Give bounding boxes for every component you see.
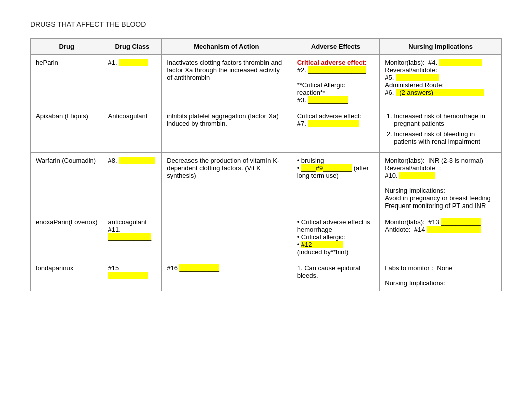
col-header-mechanism: Mechanism of Action xyxy=(162,39,292,55)
adverse-item: Critical allergic: xyxy=(297,233,375,241)
adverse-fondaparinux: 1. Can cause epidural bleeds. xyxy=(292,260,380,291)
blank-7: ______________ xyxy=(308,120,358,127)
nursing-item: Increased risk of hemorrhage in pregnant… xyxy=(394,112,496,127)
nursing-heparin: Monitor(labs): #4. ____________ Reversal… xyxy=(380,55,502,108)
critical-effect-label: Critical adverse effect: xyxy=(297,59,367,66)
blank-11: ____________ xyxy=(108,233,152,241)
drug-name-warfarin: Warfarin (Coumadin) xyxy=(31,153,103,214)
nursing-warfarin: Monitor(labs): INR (2-3 is normal) Rever… xyxy=(380,153,502,214)
drug-class-heparin: #1. ________ xyxy=(103,55,162,108)
col-header-class: Drug Class xyxy=(103,39,162,55)
blank-14: _______________ xyxy=(427,226,481,233)
adverse-list-enoxaparin: Critical adverse effect is hemorrhage Cr… xyxy=(297,218,375,256)
blank-4: ____________ xyxy=(439,59,483,66)
drug-class-enoxaparin: anticoagulant #11. ____________ xyxy=(103,214,162,260)
drug-name-fondaparinux: fondaparinux xyxy=(31,260,103,291)
drug-class-fondaparinux: #15 ___________ xyxy=(103,260,162,291)
mechanism-warfarin: Decreases the production of vitamin K-de… xyxy=(162,153,292,214)
adverse-item: Critical adverse effect is hemorrhage xyxy=(297,218,375,233)
drug-class-apixaban: Anticoagulant xyxy=(103,108,162,153)
drug-name-enoxaparin: enoxaParin(Lovenox) xyxy=(31,214,103,260)
blank-12: #12 ________ xyxy=(301,241,343,248)
adverse-list-warfarin: bruising ____#9________ (after long term… xyxy=(297,157,375,179)
blank-2: ________________ xyxy=(308,66,366,74)
adverse-warfarin: bruising ____#9________ (after long term… xyxy=(292,153,380,214)
col-header-adverse: Adverse Effects xyxy=(292,39,380,55)
mechanism-enoxaparin xyxy=(162,214,292,260)
adverse-heparin: Critical adverse effect: #2. ___________… xyxy=(292,55,380,108)
drug-name-heparin: heParin xyxy=(31,55,103,108)
mechanism-heparin: Inactivates clotting factors thrombin an… xyxy=(162,55,292,108)
blank-3: ___________ xyxy=(308,96,348,104)
table-row-enoxaparin: enoxaParin(Lovenox) anticoagulant #11. _… xyxy=(31,214,502,260)
blank-10: __________ xyxy=(399,172,435,179)
blank-15: ___________ xyxy=(108,272,148,279)
adverse-item: #12 ________(induced by**hint) xyxy=(297,241,375,256)
table-row-fondaparinux: fondaparinux #15 ___________ #16 _______… xyxy=(31,260,502,291)
drug-class-warfarin: #8. __________ xyxy=(103,153,162,214)
blank-6: _(2 answers)______________ xyxy=(396,89,484,96)
adverse-enoxaparin: Critical adverse effect is hemorrhage Cr… xyxy=(292,214,380,260)
nursing-fondaparinux: Labs to monitor : None Nursing Implicati… xyxy=(380,260,502,291)
table-row-heparin: heParin #1. ________ Inactivates clottin… xyxy=(31,55,502,108)
blank-5: ____________ xyxy=(396,74,439,81)
blank-9: ____#9________ xyxy=(301,164,352,172)
col-header-nursing: Nursing Implications xyxy=(380,39,502,55)
blank-1: ________ xyxy=(119,59,148,66)
drug-name-apixaban: Apixaban (Eliquis) xyxy=(31,108,103,153)
adverse-apixaban: Critical adverse effect: #7. ___________… xyxy=(292,108,380,153)
blank-8: __________ xyxy=(119,157,155,164)
blank-13: ___________ xyxy=(441,218,481,226)
table-row-warfarin: Warfarin (Coumadin) #8. __________ Decre… xyxy=(31,153,502,214)
drugs-table: Drug Drug Class Mechanism of Action Adve… xyxy=(30,38,502,291)
mechanism-apixaban: inhibits platelet aggregation (factor Xa… xyxy=(162,108,292,153)
page-title: DRUGS THAT AFFECT THE BLOOD xyxy=(30,20,502,28)
adverse-item: ____#9________ (after long term use) xyxy=(297,164,375,179)
nursing-list-apixaban: Increased risk of hemorrhage in pregnant… xyxy=(385,112,496,145)
nursing-apixaban: Increased risk of hemorrhage in pregnant… xyxy=(380,108,502,153)
blank-16: ___________ xyxy=(179,264,219,272)
mechanism-fondaparinux: #16 ___________ xyxy=(162,260,292,291)
adverse-item: bruising xyxy=(297,157,375,164)
nursing-item: Increased risk of bleeding in patients w… xyxy=(394,130,496,145)
table-row-apixaban: Apixaban (Eliquis) Anticoagulant inhibit… xyxy=(31,108,502,153)
col-header-drug: Drug xyxy=(31,39,103,55)
nursing-enoxaparin: Monitor(labs): #13 ___________ Antidote:… xyxy=(380,214,502,260)
